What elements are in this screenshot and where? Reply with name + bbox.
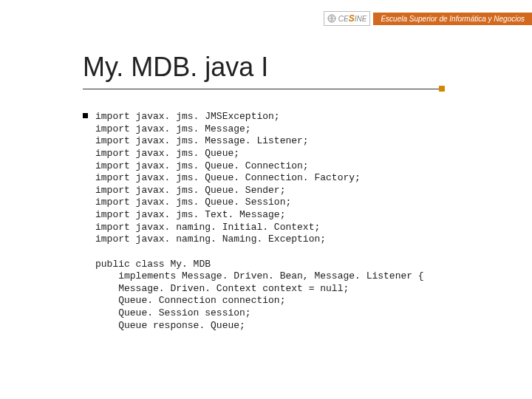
code-line: import javax. jms. Message. Listener; <box>95 135 309 146</box>
code-line: import javax. naming. Initial. Context; <box>95 222 320 233</box>
brand-logo-accent: S <box>349 13 355 24</box>
code-line: import javax. jms. Queue; <box>95 148 239 159</box>
code-line: implements Message. Driven. Bean, Messag… <box>95 270 424 282</box>
title-underline <box>83 89 442 89</box>
code-bullet <box>83 113 88 118</box>
code-line: import javax. jms. Queue. Sender; <box>95 185 285 196</box>
code-line: import javax. jms. Message; <box>95 123 251 134</box>
code-line: import javax. jms. Text. Message; <box>95 209 285 220</box>
brand-logo: CESINE <box>324 11 371 26</box>
code-block: import javax. jms. JMSException; import … <box>83 111 424 332</box>
code-line: import javax. jms. Queue. Session; <box>95 197 291 208</box>
code-line: import javax. naming. Naming. Exception; <box>95 233 326 245</box>
brand-logo-prefix: CE <box>338 15 349 23</box>
slide: CESINE Escuela Superior de Informática y… <box>0 0 532 399</box>
page-title: My. MDB. java I <box>83 52 268 86</box>
code-line: Queue. Connection connection; <box>95 295 285 306</box>
code-line: public class My. MDB <box>95 259 211 270</box>
code-line: import javax. jms. Queue. Connection. Fa… <box>95 172 361 183</box>
code-line: Queue. Session session; <box>95 307 251 318</box>
code-line: Queue response. Queue; <box>95 320 245 331</box>
code-line: import javax. jms. JMSException; <box>95 111 280 122</box>
brand-logo-suffix: INE <box>355 15 367 23</box>
code-line: import javax. jms. Queue. Connection; <box>95 160 309 171</box>
brand-block: CESINE Escuela Superior de Informática y… <box>324 10 532 27</box>
title-block: My. MDB. java I <box>83 52 268 86</box>
slide-header: CESINE Escuela Superior de Informática y… <box>0 0 532 37</box>
code-line: Message. Driven. Context context = null; <box>95 283 349 294</box>
title-underline-accent <box>439 86 445 92</box>
globe-icon <box>327 14 336 23</box>
brand-tagline: Escuela Superior de Informática y Negoci… <box>373 13 532 25</box>
